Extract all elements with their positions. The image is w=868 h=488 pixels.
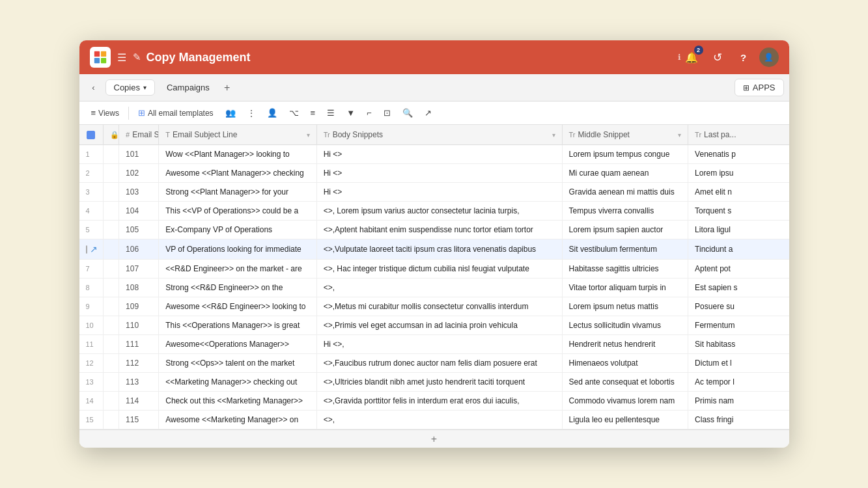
row-last[interactable]: Ac tempor l <box>688 373 789 392</box>
people-button[interactable]: 👤 <box>263 105 281 120</box>
color-button[interactable]: ⌐ <box>363 105 376 120</box>
rows-button[interactable]: ☰ <box>323 105 339 120</box>
row-body[interactable]: Hi <>, <box>316 335 562 354</box>
row-last[interactable]: Tincidunt a <box>688 239 789 260</box>
filter-button[interactable]: ▼ <box>343 105 359 120</box>
table-row[interactable]: ↗106VP of Operations looking for immedia… <box>79 239 789 260</box>
menu-icon[interactable]: ☰ <box>117 51 126 64</box>
table-row[interactable]: 14114Check out this <<Marketing Manager>… <box>79 392 789 411</box>
table-row[interactable]: 12112Strong <<Ops>> talent on the market… <box>79 354 789 373</box>
row-middle[interactable]: Hendrerit netus hendrerit <box>562 335 688 354</box>
row-body[interactable]: <>, Lorem ipsum varius auctor consectetu… <box>316 202 562 221</box>
row-last[interactable]: Litora ligul <box>688 221 789 239</box>
row-body[interactable]: <>, Hac integer tristique dictum cubilia… <box>316 260 562 278</box>
row-subject[interactable]: Check out this <<Marketing Manager>> <box>159 392 316 411</box>
add-row-button[interactable]: + <box>431 433 437 445</box>
row-middle[interactable]: Ligula leo eu pellentesque <box>562 411 688 429</box>
row-subject[interactable]: Strong <<R&D Engineer>> on the <box>159 278 316 297</box>
row-subject[interactable]: Wow <<Plant Manager>> looking to <box>159 145 316 164</box>
row-subject[interactable]: Awesome<<Operations Manager>> <box>159 335 316 354</box>
row-body[interactable]: <>,Primis vel eget accumsan in ad lacini… <box>316 316 562 335</box>
row-subject[interactable]: Awesome <<Marketing Manager>> on <box>159 411 316 429</box>
export-button[interactable]: ↗ <box>421 105 436 120</box>
row-middle[interactable]: Sit vestibulum fermentum <box>562 239 688 260</box>
row-body[interactable]: <>,Vulputate laoreet taciti ipsum cras l… <box>316 239 562 260</box>
row-subject[interactable]: VP of Operations looking for immediate <box>159 239 316 260</box>
row-last[interactable]: Torquent s <box>688 202 789 221</box>
table-row[interactable]: 7107<<R&D Engineer>> on the market - are… <box>79 260 789 278</box>
th-subject[interactable]: T Email Subject Line ▾ <box>159 125 316 145</box>
row-body[interactable]: Hi <> <box>316 183 562 202</box>
row-middle[interactable]: Mi curae quam aenean <box>562 164 688 183</box>
row-middle[interactable]: Commodo vivamus lorem nam <box>562 392 688 411</box>
table-row[interactable]: 10110This <<Operations Manager>> is grea… <box>79 316 789 335</box>
table-button[interactable]: ⊡ <box>380 105 395 120</box>
edit-icon[interactable]: ✎ <box>133 51 141 63</box>
row-last[interactable]: Posuere su <box>688 297 789 316</box>
row-subject[interactable]: Ex-Company VP of Operations <box>159 221 316 239</box>
table-row[interactable]: 15115Awesome <<Marketing Manager>> on<>,… <box>79 411 789 429</box>
row-body[interactable]: Hi <> <box>316 164 562 183</box>
th-middle[interactable]: Tr Middle Snippet ▾ <box>562 125 688 145</box>
table-row[interactable]: 2102Awesome <<Plant Manager>> checkingHi… <box>79 164 789 183</box>
tab-copies[interactable]: Copies ▾ <box>105 79 155 96</box>
table-row[interactable]: 3103Strong <<Plant Manager>> for yourHi … <box>79 183 789 202</box>
row-subject[interactable]: Awesome <<R&D Engineer>> looking to <box>159 297 316 316</box>
th-body[interactable]: Tr Body Snippets ▾ <box>316 125 562 145</box>
more-options-button[interactable]: ⋮ <box>244 106 259 120</box>
row-subject[interactable]: Strong <<Plant Manager>> for your <box>159 183 316 202</box>
th-check[interactable] <box>79 125 104 145</box>
views-button[interactable]: ≡ Views <box>87 105 123 120</box>
row-middle[interactable]: Lorem ipsum sapien auctor <box>562 221 688 239</box>
table-row[interactable]: 1101Wow <<Plant Manager>> looking toHi <… <box>79 145 789 164</box>
row-body[interactable]: <>,Ultricies blandit nibh amet justo hen… <box>316 373 562 392</box>
add-tab-button[interactable]: + <box>219 79 236 96</box>
collapse-button[interactable]: ‹ <box>85 79 103 97</box>
row-middle[interactable]: Lectus sollicitudin vivamus <box>562 316 688 335</box>
row-subject[interactable]: Strong <<Ops>> talent on the market <box>159 354 316 373</box>
row-subject[interactable]: This <<Operations Manager>> is great <box>159 316 316 335</box>
search-button[interactable]: 🔍 <box>399 105 417 120</box>
th-last[interactable]: Tr Last pa... <box>688 125 789 145</box>
alt-button[interactable]: ⌥ <box>285 105 303 120</box>
row-middle[interactable]: Gravida aenean mi mattis duis <box>562 183 688 202</box>
avatar[interactable]: 👤 <box>759 47 779 67</box>
row-middle[interactable]: Himenaeos volutpat <box>562 354 688 373</box>
row-body[interactable]: <>,Faucibus rutrum donec auctor nam feli… <box>316 354 562 373</box>
row-middle[interactable]: Habitasse sagittis ultricies <box>562 260 688 278</box>
row-middle[interactable]: Vitae tortor aliquam turpis in <box>562 278 688 297</box>
table-row[interactable]: 4104This <<VP of Operations>> could be a… <box>79 202 789 221</box>
row-last[interactable]: Venenatis p <box>688 145 789 164</box>
row-body[interactable]: <>,Aptent habitant enim suspendisse nunc… <box>316 221 562 239</box>
select-all-checkbox[interactable] <box>87 131 95 139</box>
row-subject[interactable]: This <<VP of Operations>> could be a <box>159 202 316 221</box>
row-subject[interactable]: <<Marketing Manager>> checking out <box>159 373 316 392</box>
tab-campaigns[interactable]: Campaigns <box>158 79 219 96</box>
row-body[interactable]: <>, <box>316 278 562 297</box>
row-subject[interactable]: Awesome <<Plant Manager>> checking <box>159 164 316 183</box>
apps-button[interactable]: ⊞ APPS <box>735 79 784 96</box>
row-last[interactable]: Est sapien s <box>688 278 789 297</box>
row-middle[interactable]: Lorem ipsum tempus congue <box>562 145 688 164</box>
row-last[interactable]: Primis nam <box>688 392 789 411</box>
team-icon-button[interactable]: 👥 <box>221 105 240 120</box>
row-subject[interactable]: <<R&D Engineer>> on the market - are <box>159 260 316 278</box>
row-last[interactable]: Aptent pot <box>688 260 789 278</box>
table-row[interactable]: 13113<<Marketing Manager>> checking out<… <box>79 373 789 392</box>
layout-button[interactable]: ≡ <box>307 105 320 120</box>
row-last[interactable]: Lorem ipsu <box>688 164 789 183</box>
history-button[interactable]: ↺ <box>707 47 728 68</box>
row-middle[interactable]: Sed ante consequat et lobortis <box>562 373 688 392</box>
row-last[interactable]: Sit habitass <box>688 335 789 354</box>
row-body[interactable]: Hi <> <box>316 145 562 164</box>
table-row[interactable]: 11111Awesome<<Operations Manager>>Hi <>,… <box>79 335 789 354</box>
row-body[interactable]: <>, <box>316 411 562 429</box>
notifications-button[interactable]: 🔔 2 <box>681 47 702 68</box>
table-row[interactable]: 5105Ex-Company VP of Operations<>,Aptent… <box>79 221 789 239</box>
row-last[interactable]: Amet elit n <box>688 183 789 202</box>
expand-icon[interactable]: ↗ <box>90 244 98 254</box>
row-last[interactable]: Dictum et l <box>688 354 789 373</box>
row-middle[interactable]: Lorem ipsum netus mattis <box>562 297 688 316</box>
row-last[interactable]: Class fringi <box>688 411 789 429</box>
row-body[interactable]: <>,Metus mi curabitur mollis consectetur… <box>316 297 562 316</box>
